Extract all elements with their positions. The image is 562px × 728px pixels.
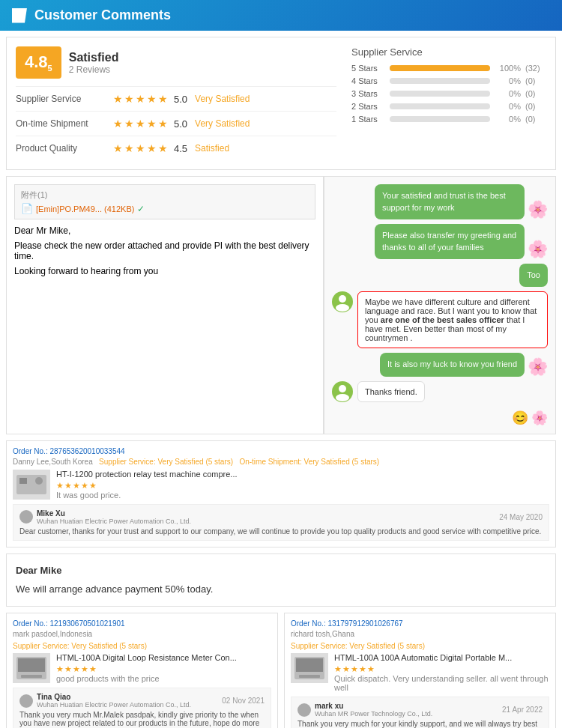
product-row-3: HTML-100A 100A Automatic Digital Portabl… [291, 653, 549, 692]
stars-ontime: ★★★★★ [113, 118, 168, 130]
attachment-box: 附件(1) 📄 [Emin]PO.PM49... (412KB) ✓ [14, 184, 315, 219]
chat-panel: Your satisfied and trust is the best sup… [324, 176, 556, 434]
reply-author-3: mark xu Wuhan MR Power Technology Co., L… [297, 702, 543, 718]
ratings-section: 4.85 Satisfied 2 Reviews Supplier Servic… [6, 37, 556, 170]
email-salutation: Dear Mr Mike, [14, 225, 315, 236]
rating-row-ontime: On-time Shipment ★★★★★ 5.0 Very Satisfie… [16, 111, 336, 136]
reply-box-3: mark xu Wuhan MR Power Technology Co., L… [291, 697, 549, 728]
chat-avatar-6 [332, 381, 353, 402]
bar-1stars: 1 Stars 0% (0) [351, 115, 546, 124]
svg-rect-5 [16, 475, 46, 494]
chat-message-2: Please also transfer my greeting and tha… [332, 224, 548, 259]
chat-message-3: Too [332, 264, 548, 287]
product-row-1: HT-I-1200 protection relay test machine … [13, 470, 549, 500]
order3-service: Supplier Service: Very Satisfied (5 star… [291, 642, 549, 650]
product-stars-2: ★★★★★ [56, 664, 271, 674]
stars-supplier: ★★★★★ [113, 93, 168, 105]
reviewer-info-3: richard tosh,Ghana [291, 630, 549, 638]
reply-avatar-2 [19, 694, 33, 708]
reviews-count: 2 Reviews [69, 64, 119, 75]
emoji-1: 😊 [512, 410, 528, 426]
chat-bubble-3: Too [519, 264, 548, 287]
reply-box-2: Tina Qiao Wuhan Huatian Electric Power A… [13, 688, 271, 728]
product-image-3 [291, 653, 328, 683]
chat-message-5: It is also my luck to know you friend 🌸 [332, 353, 548, 376]
chat-bubble-6: Thanks friend. [357, 381, 425, 402]
chat-messages: Your satisfied and trust is the best sup… [332, 184, 548, 425]
svg-rect-14 [296, 658, 323, 672]
order-block-1: Order No.: 287653620010033544 Danny Lee,… [6, 440, 556, 547]
chat-bubble-4: Maybe we have different culture and diff… [357, 291, 548, 348]
attachment-file: 📄 [Emin]PO.PM49... (412KB) ✓ [21, 203, 309, 214]
supplier-service-chart: Supplier Service 5 Stars 100% (32) 4 Sta… [351, 46, 546, 160]
product-info-1: HT-I-1200 protection relay test machine … [56, 470, 549, 500]
rating-row-supplier: Supplier Service ★★★★★ 5.0 Very Satisfie… [16, 86, 336, 111]
emoji-row: 😊 🌸 [332, 410, 548, 426]
svg-rect-15 [299, 675, 320, 678]
page-header: Customer Comments [0, 0, 562, 31]
rating-badge: 4.85 Satisfied 2 Reviews [16, 46, 336, 79]
product-row-2: HTML-100A Digital Loop Resistance Meter … [13, 653, 271, 683]
flower-icon-1: 🌸 [528, 200, 548, 219]
bar-5stars: 5 Stars 100% (32) [351, 64, 546, 73]
svg-point-2 [339, 385, 346, 392]
svg-point-3 [336, 394, 349, 401]
product-stars-3: ★★★★★ [334, 664, 549, 674]
bar-3stars: 3 Stars 0% (0) [351, 89, 546, 98]
rating-left: 4.85 Satisfied 2 Reviews Supplier Servic… [16, 46, 336, 160]
reply-author-1: Mike Xu Wuhan Huatian Electric Power Aut… [19, 509, 543, 525]
rating-row-quality: Product Quality ★★★★★ 4.5 Satisfied [16, 136, 336, 160]
email-body1: Please check the new order attached and … [14, 240, 315, 261]
bar-4stars: 4 Stars 0% (0) [351, 76, 546, 85]
rating-score: 4.85 [16, 46, 61, 79]
order-block-3: Order No.: 131797912901026767 richard to… [284, 613, 556, 728]
flower-icon-5: 🌸 [528, 357, 548, 377]
chat-avatar-4 [332, 291, 353, 312]
dear-mike-section: Dear Mike We will arrange advance paymen… [6, 553, 556, 607]
chat-message-6: Thanks friend. [332, 381, 548, 402]
product-image-2 [13, 653, 50, 683]
stars-quality: ★★★★★ [113, 142, 168, 154]
chat-message-4: Maybe we have different culture and diff… [332, 291, 548, 348]
flower-icon-2: 🌸 [528, 240, 548, 259]
order2-service: Supplier Service: Very Satisfied (5 star… [13, 642, 271, 650]
reviewer-info-1: Danny Lee,South Korea Supplier Service: … [13, 458, 549, 466]
chat-bubble-5: It is also my luck to know you friend [380, 353, 525, 376]
chat-message-1: Your satisfied and trust is the best sup… [332, 184, 548, 219]
svg-rect-11 [21, 675, 42, 678]
product-info-3: HTML-100A 100A Automatic Digital Portabl… [334, 653, 549, 692]
reviewer-info-2: mark pasdoel,Indonesia [13, 630, 271, 638]
reply-author-2: Tina Qiao Wuhan Huatian Electric Power A… [19, 693, 265, 709]
svg-rect-6 [19, 478, 27, 484]
rating-label: Satisfied [69, 51, 119, 64]
chat-bubble-2: Please also transfer my greeting and tha… [375, 224, 525, 259]
chat-bubble-1: Your satisfied and trust is the best sup… [375, 184, 525, 219]
svg-point-0 [339, 295, 346, 303]
email-body2: Looking forward to hearing from you [14, 266, 315, 276]
svg-point-7 [35, 477, 43, 485]
svg-rect-10 [18, 658, 45, 672]
bar-2stars: 2 Stars 0% (0) [351, 102, 546, 111]
page-title: Customer Comments [34, 7, 171, 23]
emoji-2: 🌸 [531, 410, 548, 426]
order-block-2: Order No.: 121930670501021901 mark pasdo… [6, 613, 278, 728]
product-stars-1: ★★★★★ [56, 481, 549, 491]
product-image-1 [13, 470, 50, 500]
email-panel: 附件(1) 📄 [Emin]PO.PM49... (412KB) ✓ Dear … [6, 176, 324, 434]
email-chat-section: 附件(1) 📄 [Emin]PO.PM49... (412KB) ✓ Dear … [6, 176, 556, 434]
product-info-2: HTML-100A Digital Loop Resistance Meter … [56, 653, 271, 683]
svg-point-1 [336, 304, 349, 312]
reply-avatar-1 [19, 510, 33, 524]
reply-box-1: Mike Xu Wuhan Huatian Electric Power Aut… [13, 504, 549, 541]
comment-icon [12, 8, 27, 23]
reply-avatar-3 [297, 703, 311, 717]
bottom-orders: Order No.: 121930670501021901 mark pasdo… [6, 613, 556, 728]
